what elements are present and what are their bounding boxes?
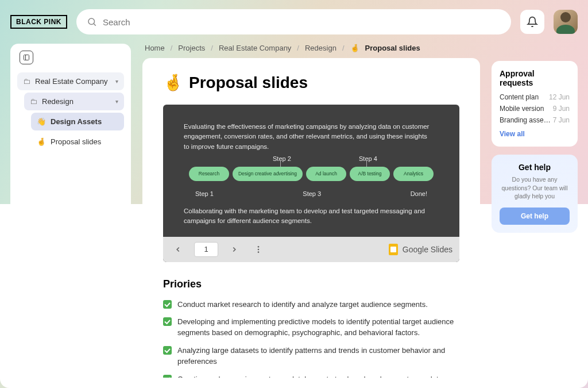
help-subtitle: Do you have any questions? Our team will…: [500, 175, 570, 201]
check-icon: [163, 346, 172, 355]
step-pill: Analytics: [393, 167, 434, 181]
page-title: 🤞 Proposal slides: [163, 73, 459, 92]
slide-page-input[interactable]: 1: [194, 242, 218, 257]
brand-logo[interactable]: BLACK PINK: [10, 15, 67, 29]
avatar[interactable]: [554, 10, 578, 34]
folder-icon: 🗀: [30, 97, 37, 106]
approval-row[interactable]: Mobile version9 Jun: [500, 105, 570, 113]
sidebar: 🗀 Real Estate Company ▾ 🗀 Redesign ▾ 👋 D…: [10, 44, 131, 378]
document-pane: 🤞 Proposal slides Evaluating the effecti…: [142, 58, 480, 378]
sidebar-item-real-estate-company[interactable]: 🗀 Real Estate Company ▾: [17, 72, 124, 90]
step-pill: Design creative advertising: [233, 167, 303, 181]
slide-text: Collaborating with the marketing team to…: [184, 206, 431, 226]
breadcrumb-item[interactable]: Projects: [178, 44, 205, 52]
svg-line-1: [94, 24, 95, 25]
fingers-crossed-icon: 🤞: [350, 44, 359, 52]
check-icon: [163, 317, 172, 326]
slides-toolbar: 1 Google Slides: [163, 237, 459, 262]
slide-text: Evaluating the effectiveness of marketin…: [184, 122, 431, 152]
search-input[interactable]: [103, 17, 501, 27]
wave-icon: 👋: [37, 117, 46, 126]
chevron-down-icon: ▾: [115, 98, 118, 105]
svg-point-6: [258, 251, 260, 253]
svg-point-4: [258, 246, 260, 248]
breadcrumb-item[interactable]: Redesign: [305, 44, 336, 52]
step-pill: Research: [189, 167, 229, 181]
breadcrumb: Home/ Projects/ Real Estate Company/ Red…: [142, 44, 480, 52]
slides-embed[interactable]: Evaluating the effectiveness of marketin…: [163, 105, 459, 262]
step-pill: Ad launch: [306, 167, 346, 181]
slide-prev-button[interactable]: [170, 241, 186, 258]
steps-diagram: Step 2 Step 4 Research Design creative a…: [184, 167, 439, 181]
breadcrumb-item[interactable]: Real Estate Company: [219, 44, 291, 52]
fingers-crossed-icon: 🤞: [37, 137, 46, 146]
search-icon: [87, 17, 97, 27]
priority-item: Creating and managing customer databases…: [163, 374, 459, 378]
sidebar-item-label: Real Estate Company: [35, 77, 107, 86]
approval-row[interactable]: Branding asse…7 Jun: [500, 116, 570, 124]
get-help-button[interactable]: Get help: [500, 208, 570, 225]
sidebar-item-label: Proposal slides: [51, 137, 101, 146]
slide-next-button[interactable]: [226, 241, 242, 258]
priorities-heading: Priories: [163, 278, 459, 290]
slides-brand[interactable]: Google Slides: [389, 244, 452, 255]
slide-menu-button[interactable]: [250, 241, 266, 258]
notifications-button[interactable]: [520, 10, 544, 34]
approval-requests-card: Approval requests Content plan12 Jun Mob…: [492, 61, 578, 147]
chevron-down-icon: ▾: [115, 78, 118, 84]
more-vertical-icon: [254, 245, 263, 254]
svg-point-0: [88, 18, 95, 25]
chevron-left-icon: [174, 245, 182, 253]
priority-item: Conduct market research to identify and …: [163, 299, 459, 310]
svg-rect-2: [24, 55, 29, 60]
search-bar[interactable]: [76, 9, 511, 34]
sidebar-item-label: Design Assets: [51, 117, 102, 126]
priority-item: Analyzing large datasets to identify pat…: [163, 345, 459, 367]
get-help-card: Get help Do you have any questions? Our …: [492, 155, 578, 233]
sidebar-item-design-assets[interactable]: 👋 Design Assets: [31, 113, 124, 130]
priority-item: Developing and implementing predictive m…: [163, 317, 459, 339]
step-pill: A/B testing: [350, 167, 390, 181]
help-title: Get help: [500, 163, 570, 172]
bell-icon: [527, 16, 538, 28]
approval-row[interactable]: Content plan12 Jun: [500, 93, 570, 101]
google-slides-icon: [389, 244, 398, 255]
collapse-icon: [23, 54, 30, 61]
sidebar-item-proposal-slides[interactable]: 🤞 Proposal slides: [31, 133, 124, 151]
sidebar-item-label: Redesign: [42, 97, 74, 106]
svg-point-5: [258, 248, 260, 250]
folder-icon: 🗀: [23, 77, 30, 86]
chevron-right-icon: [230, 245, 238, 253]
breadcrumb-item[interactable]: Home: [145, 44, 165, 52]
check-icon: [163, 375, 172, 378]
check-icon: [163, 300, 172, 309]
sidebar-item-redesign[interactable]: 🗀 Redesign ▾: [24, 93, 124, 110]
card-title: Approval requests: [500, 69, 570, 87]
fingers-crossed-icon: 🤞: [163, 73, 183, 92]
breadcrumb-current: Proposal slides: [365, 44, 420, 52]
collapse-sidebar-button[interactable]: [20, 51, 33, 64]
view-all-link[interactable]: View all: [500, 130, 525, 138]
